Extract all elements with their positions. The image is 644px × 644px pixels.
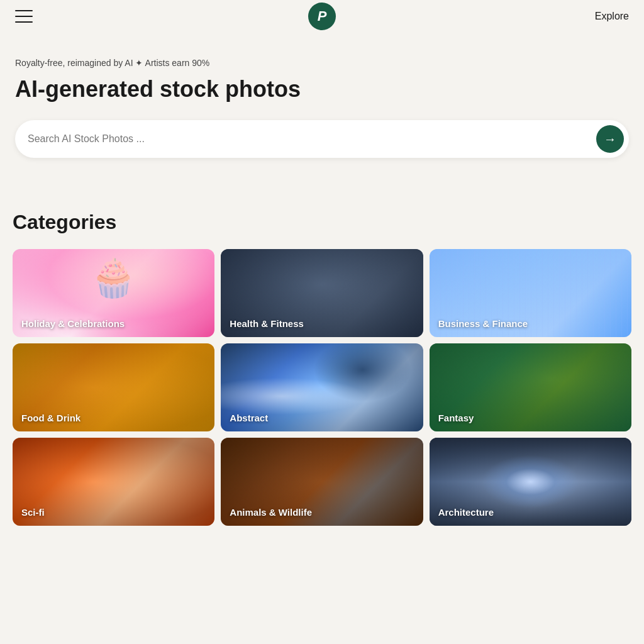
hero-title: AI-generated stock photos <box>15 75 629 103</box>
header: P Explore <box>0 0 644 33</box>
category-card-fantasy[interactable]: Fantasy <box>430 343 631 431</box>
category-label-fantasy: Fantasy <box>438 413 474 424</box>
category-card-food[interactable]: Food & Drink <box>13 343 214 431</box>
explore-button[interactable]: Explore <box>595 11 629 22</box>
categories-section: Categories Holiday & Celebrations Health… <box>0 196 644 526</box>
category-card-holiday[interactable]: Holiday & Celebrations <box>13 249 214 337</box>
logo[interactable]: P <box>308 3 336 30</box>
category-label-scifi: Sci-fi <box>21 507 45 518</box>
category-label-business: Business & Finance <box>438 318 528 330</box>
category-card-business[interactable]: Business & Finance <box>430 249 631 337</box>
category-label-holiday: Holiday & Celebrations <box>21 318 125 330</box>
category-label-abstract: Abstract <box>230 413 268 424</box>
search-bar: → <box>15 120 629 158</box>
category-label-food: Food & Drink <box>21 413 80 424</box>
category-label-animals: Animals & Wildlife <box>230 507 312 518</box>
logo-letter: P <box>318 9 327 23</box>
search-arrow-icon: → <box>604 132 616 147</box>
hero-subtitle: Royalty-free, reimagined by AI ✦ Artists… <box>15 58 629 68</box>
category-card-animals[interactable]: Animals & Wildlife <box>221 438 423 526</box>
search-input[interactable] <box>28 133 596 145</box>
categories-grid: Holiday & Celebrations Health & Fitness … <box>13 249 631 526</box>
category-label-architecture: Architecture <box>438 507 494 518</box>
categories-title: Categories <box>13 211 631 234</box>
category-card-architecture[interactable]: Architecture <box>430 438 631 526</box>
category-label-health: Health & Fitness <box>230 318 304 330</box>
hero-section: Royalty-free, reimagined by AI ✦ Artists… <box>0 33 644 196</box>
category-card-abstract[interactable]: Abstract <box>221 343 423 431</box>
category-card-health[interactable]: Health & Fitness <box>221 249 423 337</box>
category-card-scifi[interactable]: Sci-fi <box>13 438 214 526</box>
menu-icon[interactable] <box>15 10 33 23</box>
search-button[interactable]: → <box>596 125 624 153</box>
